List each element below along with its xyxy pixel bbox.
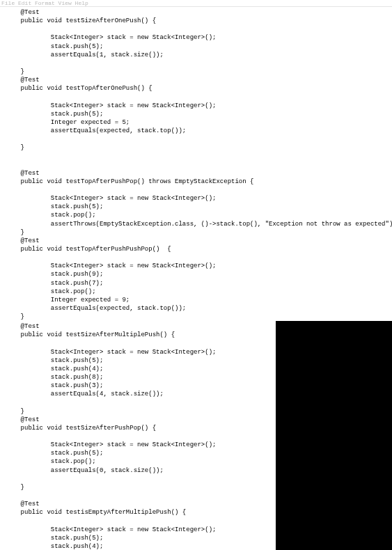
black-side-pane	[276, 321, 392, 550]
lower-pane-wrap: @Test public void testSizeAfterMultipleP…	[0, 321, 392, 550]
menu-bar-text: File Edit Format View Help	[1, 0, 88, 6]
menu-bar: File Edit Format View Help	[0, 0, 392, 7]
lower-code-pane: @Test public void testSizeAfterMultipleP…	[0, 321, 276, 550]
code-block-upper: @Test public void testSizeAfterOnePush()…	[0, 7, 392, 321]
code-block-lower: @Test public void testSizeAfterMultipleP…	[0, 321, 276, 550]
upper-code-pane: @Test public void testSizeAfterOnePush()…	[0, 7, 392, 321]
code-editor-screenshot: File Edit Format View Help @Test public …	[0, 0, 392, 550]
